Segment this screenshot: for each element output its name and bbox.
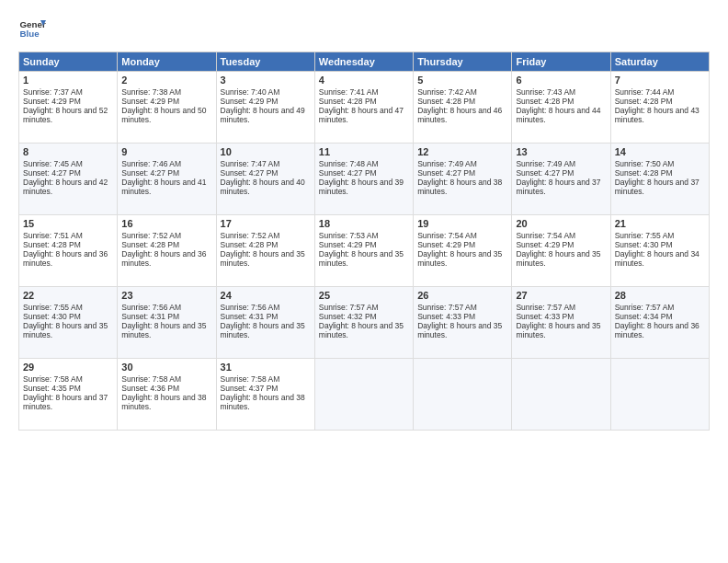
daylight-text: Daylight: 8 hours and 35 minutes. [121,321,206,339]
day-number: 23 [121,290,211,301]
calendar-cell: 22Sunrise: 7:55 AMSunset: 4:30 PMDayligh… [19,287,118,359]
day-number: 16 [121,218,211,229]
daylight-text: Daylight: 8 hours and 49 minutes. [221,106,305,124]
sunrise-text: Sunrise: 7:54 AM [516,231,575,240]
sunrise-text: Sunrise: 7:57 AM [615,303,675,312]
day-number: 27 [516,290,606,301]
calendar-cell [414,359,512,431]
sunrise-text: Sunrise: 7:47 AM [221,159,280,168]
sunrise-text: Sunrise: 7:49 AM [417,159,477,168]
sunrise-text: Sunrise: 7:48 AM [319,159,379,168]
daylight-text: Daylight: 8 hours and 46 minutes. [417,106,502,124]
sunrise-text: Sunrise: 7:57 AM [516,303,575,312]
calendar-week-row: 29Sunrise: 7:58 AMSunset: 4:35 PMDayligh… [19,359,710,431]
day-number: 31 [221,362,311,373]
calendar-cell: 7Sunrise: 7:44 AMSunset: 4:28 PMDaylight… [610,72,709,144]
calendar-cell: 24Sunrise: 7:56 AMSunset: 4:31 PMDayligh… [216,287,314,359]
sunset-text: Sunset: 4:29 PM [221,97,279,106]
sunset-text: Sunset: 4:28 PM [417,97,475,106]
day-number: 29 [23,362,113,373]
daylight-text: Daylight: 8 hours and 35 minutes. [417,249,502,268]
sunrise-text: Sunrise: 7:58 AM [23,374,83,384]
calendar-cell [314,359,413,431]
calendar-cell: 8Sunrise: 7:45 AMSunset: 4:27 PMDaylight… [19,144,118,215]
calendar-week-row: 22Sunrise: 7:55 AMSunset: 4:30 PMDayligh… [19,287,710,359]
calendar-cell: 31Sunrise: 7:58 AMSunset: 4:37 PMDayligh… [216,359,314,431]
day-number: 3 [221,75,311,86]
sunset-text: Sunset: 4:30 PM [23,312,81,321]
col-header-saturday: Saturday [610,52,709,72]
sunset-text: Sunset: 4:32 PM [319,312,377,321]
calendar-cell: 9Sunrise: 7:46 AMSunset: 4:27 PMDaylight… [118,144,216,215]
calendar-cell: 15Sunrise: 7:51 AMSunset: 4:28 PMDayligh… [19,215,118,287]
sunset-text: Sunset: 4:33 PM [516,312,574,321]
col-header-thursday: Thursday [414,52,512,72]
sunset-text: Sunset: 4:29 PM [23,97,81,106]
calendar-week-row: 8Sunrise: 7:45 AMSunset: 4:27 PMDaylight… [19,144,710,215]
day-number: 13 [516,146,606,157]
daylight-text: Daylight: 8 hours and 35 minutes. [516,249,600,268]
daylight-text: Daylight: 8 hours and 37 minutes. [23,393,108,411]
daylight-text: Daylight: 8 hours and 35 minutes. [23,321,108,339]
calendar-cell: 25Sunrise: 7:57 AMSunset: 4:32 PMDayligh… [314,287,413,359]
day-number: 20 [516,218,606,229]
day-number: 21 [615,218,705,229]
sunset-text: Sunset: 4:31 PM [121,312,179,321]
sunrise-text: Sunrise: 7:51 AM [23,231,83,240]
sunset-text: Sunset: 4:27 PM [121,168,179,178]
sunrise-text: Sunrise: 7:37 AM [23,87,83,97]
daylight-text: Daylight: 8 hours and 35 minutes. [516,321,600,339]
sunset-text: Sunset: 4:27 PM [417,168,475,178]
calendar-week-row: 1Sunrise: 7:37 AMSunset: 4:29 PMDaylight… [19,72,710,144]
calendar-cell: 16Sunrise: 7:52 AMSunset: 4:28 PMDayligh… [118,215,216,287]
sunset-text: Sunset: 4:33 PM [417,312,475,321]
calendar-cell: 3Sunrise: 7:40 AMSunset: 4:29 PMDaylight… [216,72,314,144]
calendar-cell [512,359,610,431]
calendar-cell: 13Sunrise: 7:49 AMSunset: 4:27 PMDayligh… [512,144,610,215]
sunrise-text: Sunrise: 7:52 AM [221,231,280,240]
col-header-wednesday: Wednesday [314,52,413,72]
daylight-text: Daylight: 8 hours and 47 minutes. [319,106,404,124]
sunset-text: Sunset: 4:28 PM [221,240,279,249]
day-number: 11 [319,146,409,157]
calendar-cell: 26Sunrise: 7:57 AMSunset: 4:33 PMDayligh… [414,287,512,359]
day-number: 30 [121,362,211,373]
calendar-cell: 10Sunrise: 7:47 AMSunset: 4:27 PMDayligh… [216,144,314,215]
calendar-cell: 29Sunrise: 7:58 AMSunset: 4:35 PMDayligh… [19,359,118,431]
sunrise-text: Sunrise: 7:38 AM [121,87,181,97]
sunset-text: Sunset: 4:28 PM [23,240,81,249]
sunset-text: Sunset: 4:28 PM [615,97,673,106]
sunrise-text: Sunrise: 7:46 AM [121,159,181,168]
daylight-text: Daylight: 8 hours and 40 minutes. [221,178,305,196]
sunrise-text: Sunrise: 7:57 AM [319,303,379,312]
daylight-text: Daylight: 8 hours and 35 minutes. [221,249,305,268]
day-number: 17 [221,218,311,229]
daylight-text: Daylight: 8 hours and 41 minutes. [121,178,206,196]
sunrise-text: Sunrise: 7:57 AM [417,303,477,312]
sunset-text: Sunset: 4:34 PM [615,312,673,321]
daylight-text: Daylight: 8 hours and 35 minutes. [319,321,404,339]
daylight-text: Daylight: 8 hours and 38 minutes. [221,393,305,411]
calendar-cell: 11Sunrise: 7:48 AMSunset: 4:27 PMDayligh… [314,144,413,215]
sunset-text: Sunset: 4:28 PM [319,97,377,106]
day-number: 12 [417,146,507,157]
day-number: 5 [417,75,507,86]
daylight-text: Daylight: 8 hours and 35 minutes. [221,321,305,339]
calendar-header-row: SundayMondayTuesdayWednesdayThursdayFrid… [19,52,710,72]
daylight-text: Daylight: 8 hours and 38 minutes. [417,178,502,196]
day-number: 1 [23,75,113,86]
sunset-text: Sunset: 4:30 PM [615,240,673,249]
day-number: 18 [319,218,409,229]
calendar-cell: 27Sunrise: 7:57 AMSunset: 4:33 PMDayligh… [512,287,610,359]
sunrise-text: Sunrise: 7:43 AM [516,87,575,97]
sunrise-text: Sunrise: 7:44 AM [615,87,675,97]
calendar-cell: 1Sunrise: 7:37 AMSunset: 4:29 PMDaylight… [19,72,118,144]
day-number: 6 [516,75,606,86]
daylight-text: Daylight: 8 hours and 43 minutes. [615,106,700,124]
calendar-cell: 2Sunrise: 7:38 AMSunset: 4:29 PMDaylight… [118,72,216,144]
day-number: 7 [615,75,705,86]
day-number: 26 [417,290,507,301]
calendar-week-row: 15Sunrise: 7:51 AMSunset: 4:28 PMDayligh… [19,215,710,287]
daylight-text: Daylight: 8 hours and 38 minutes. [121,393,206,411]
sunrise-text: Sunrise: 7:45 AM [23,159,83,168]
